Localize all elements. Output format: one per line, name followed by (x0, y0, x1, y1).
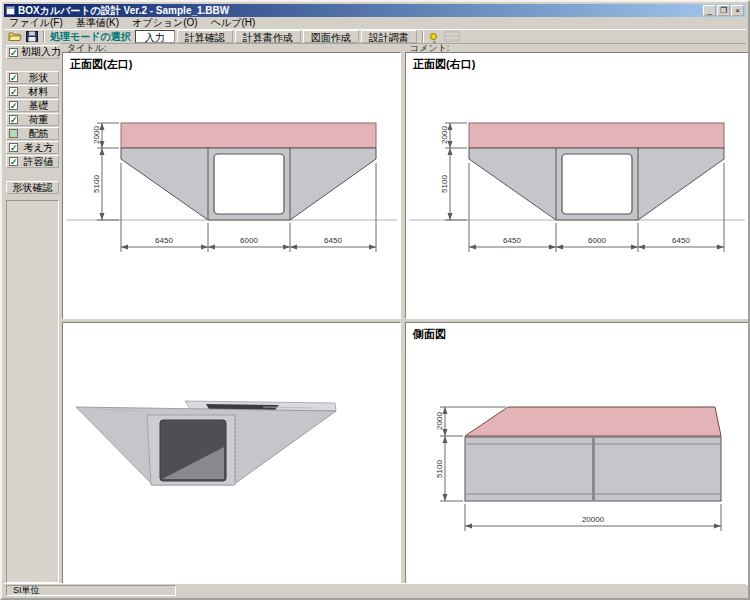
checkbox-icon (9, 87, 18, 96)
checkbox-icon (9, 115, 18, 124)
soil-layer (469, 123, 724, 148)
menu-options[interactable]: オプション(O) (132, 16, 198, 30)
sidebar-item-rebar[interactable]: 配筋 (6, 127, 59, 140)
soil-layer (121, 123, 376, 148)
shape-confirm-label: 形状確認 (9, 181, 56, 195)
sidebar-item-label: 許容値 (21, 155, 56, 169)
front-view-right-drawing: 6450 6000 6450 2000 5100 (406, 53, 748, 318)
sidebar-item-label: 考え方 (21, 141, 56, 155)
close-button[interactable]: × (731, 5, 744, 16)
svg-text:6450: 6450 (324, 236, 342, 245)
disabled-tool-icon (444, 31, 460, 42)
minimize-button[interactable]: _ (703, 5, 716, 16)
sidebar-item-material[interactable]: 材料 (6, 85, 59, 98)
svg-text:5100: 5100 (435, 460, 444, 478)
svg-text:6000: 6000 (588, 236, 606, 245)
window-controls: _ ❐ × (703, 5, 744, 16)
svg-text:6450: 6450 (155, 236, 173, 245)
statusbar: SI単位 (4, 583, 746, 596)
checkbox-icon (9, 157, 18, 166)
panel-3d-view[interactable] (62, 322, 401, 585)
panel-title: 正面図(左口) (70, 57, 132, 72)
sidebar-item-allowable[interactable]: 許容値 (6, 155, 59, 168)
menu-file[interactable]: ファイル(F) (9, 16, 63, 30)
svg-text:2000: 2000 (92, 126, 101, 144)
panel-front-view-right[interactable]: 6450 6000 6450 2000 5100 正面図(右口) (405, 52, 749, 319)
status-units: SI単位 (6, 585, 176, 596)
panel-title: 側面図 (413, 327, 446, 342)
sidebar-item-label: 荷重 (21, 113, 56, 127)
toolbar-separator (43, 31, 45, 43)
checkbox-icon (9, 129, 18, 138)
svg-text:5100: 5100 (92, 175, 101, 193)
sidebar-empty-panel (6, 200, 59, 583)
checkbox-icon (9, 101, 18, 110)
svg-text:5100: 5100 (440, 175, 449, 193)
culvert-opening (562, 154, 632, 214)
panel-side-view[interactable]: 20000 2000 5100 側面図 (405, 322, 749, 585)
menubar: ファイル(F) 基準値(K) オプション(O) ヘルプ(H) (4, 17, 746, 29)
sidebar-item-label: 材料 (21, 85, 56, 99)
svg-text:2000: 2000 (440, 126, 449, 144)
toolbar-separator (422, 31, 424, 43)
sidebar-item-label: 初期入力 (21, 45, 61, 59)
front-view-left-drawing: 6450 6000 6450 2000 5100 (63, 53, 400, 318)
segment-joint (592, 437, 595, 501)
sidebar: 初期入力 形状 材料 基礎 荷重 配筋 (4, 42, 61, 583)
culvert-3d-drawing (63, 323, 400, 584)
checkbox-icon (9, 73, 18, 82)
window-title: BOXカルバートの設計 Ver.2 - Sample_1.BBW (18, 4, 703, 18)
app-window: BOXカルバートの設計 Ver.2 - Sample_1.BBW _ ❐ × フ… (0, 0, 750, 600)
floppy-disk-icon (26, 31, 38, 42)
shape-confirm-button[interactable]: 形状確認 (6, 181, 59, 194)
maximize-button[interactable]: ❐ (717, 5, 730, 16)
sidebar-item-load[interactable]: 荷重 (6, 113, 59, 126)
checkbox-icon (9, 143, 18, 152)
panel-front-view-left[interactable]: 6450 6000 6450 2000 5100 正面図(左口) (62, 52, 401, 319)
svg-text:6450: 6450 (672, 236, 690, 245)
field-labels-row: タイトル: コメント: (61, 42, 746, 52)
svg-text:6000: 6000 (240, 236, 258, 245)
sidebar-item-foundation[interactable]: 基礎 (6, 99, 59, 112)
svg-text:6450: 6450 (503, 236, 521, 245)
sidebar-group: 形状 材料 基礎 荷重 配筋 考え方 (6, 71, 59, 169)
svg-text:2000: 2000 (435, 412, 444, 430)
sidebar-item-label: 配筋 (21, 127, 56, 141)
sidebar-item-shape[interactable]: 形状 (6, 71, 59, 84)
sidebar-item-label: 形状 (21, 71, 56, 85)
sidebar-item-initial-input[interactable]: 初期入力 (6, 45, 59, 59)
app-icon (6, 6, 15, 15)
menu-help[interactable]: ヘルプ(H) (211, 16, 256, 30)
culvert-opening (214, 154, 284, 214)
drawing-panels: 6450 6000 6450 2000 5100 正面図(左口) (61, 52, 746, 583)
svg-text:20000: 20000 (582, 515, 605, 524)
soil-layer (465, 407, 721, 436)
sidebar-item-label: 基礎 (21, 99, 56, 113)
checkbox-icon (9, 48, 18, 57)
side-view-drawing: 20000 2000 5100 (406, 323, 748, 584)
menu-standard-values[interactable]: 基準値(K) (76, 16, 119, 30)
panel-title: 正面図(右口) (413, 57, 475, 72)
open-folder-icon (8, 31, 22, 42)
sidebar-item-approach[interactable]: 考え方 (6, 141, 59, 154)
